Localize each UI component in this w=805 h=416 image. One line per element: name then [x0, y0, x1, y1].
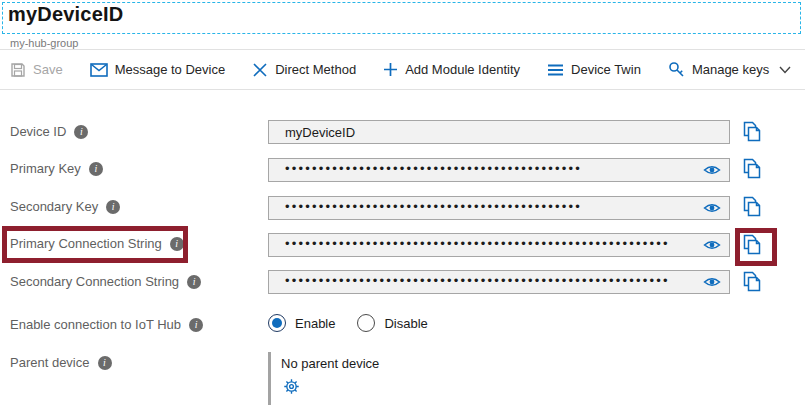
- eye-icon[interactable]: [703, 275, 721, 293]
- info-icon[interactable]: i: [98, 356, 112, 370]
- info-icon[interactable]: i: [106, 200, 120, 214]
- radio-enable[interactable]: Enable: [268, 314, 335, 332]
- copy-icon[interactable]: [743, 271, 761, 296]
- parent-device-section-bar: [268, 352, 271, 405]
- info-icon[interactable]: i: [187, 275, 201, 289]
- secondary-key-input[interactable]: ••••••••••••••••••••••••••••••••••••••••…: [268, 196, 730, 220]
- device-twin-button[interactable]: Device Twin: [547, 62, 641, 77]
- primary-key-input[interactable]: ••••••••••••••••••••••••••••••••••••••••…: [268, 158, 730, 182]
- direct-method-button[interactable]: Direct Method: [252, 62, 356, 78]
- gear-icon[interactable]: [283, 378, 300, 399]
- hub-group-subtitle: my-hub-group: [10, 37, 78, 49]
- device-id-label-row: Device ID i: [10, 124, 88, 139]
- info-icon[interactable]: i: [89, 162, 103, 176]
- secondary-key-label-row: Secondary Key i: [10, 199, 120, 214]
- device-id-input[interactable]: myDeviceID: [268, 120, 730, 144]
- manage-keys-button[interactable]: Manage keys: [668, 61, 791, 78]
- envelope-icon: [90, 63, 108, 77]
- toolbar-divider: [0, 89, 805, 90]
- page-title: myDeviceID: [8, 3, 123, 26]
- eye-icon[interactable]: [703, 163, 721, 181]
- copy-icon[interactable]: [743, 196, 761, 221]
- info-icon[interactable]: i: [74, 125, 88, 139]
- primary-key-label-row: Primary Key i: [10, 161, 103, 176]
- copy-icon[interactable]: [743, 234, 761, 259]
- save-icon: [10, 62, 26, 78]
- message-to-device-button[interactable]: Message to Device: [90, 62, 226, 77]
- chevron-down-icon: [779, 66, 791, 74]
- save-button[interactable]: Save: [10, 62, 63, 78]
- copy-icon[interactable]: [743, 121, 761, 146]
- key-icon: [668, 61, 685, 78]
- info-icon[interactable]: i: [189, 318, 203, 332]
- info-icon[interactable]: i: [170, 237, 184, 251]
- secondary-connection-string-input[interactable]: ••••••••••••••••••••••••••••••••••••••••…: [268, 270, 730, 294]
- enable-connection-label-row: Enable connection to IoT Hub i: [10, 317, 203, 332]
- eye-icon[interactable]: [703, 238, 721, 256]
- enable-connection-radio-group: Enable Disable: [268, 314, 428, 332]
- device-twin-list-icon: [547, 63, 564, 77]
- primary-connection-string-input[interactable]: ••••••••••••••••••••••••••••••••••••••••…: [268, 233, 730, 257]
- parent-device-value: No parent device: [281, 356, 379, 371]
- radio-unselected-circle: [357, 314, 375, 332]
- direct-method-icon: [252, 62, 268, 78]
- eye-icon[interactable]: [703, 201, 721, 219]
- radio-disable[interactable]: Disable: [357, 314, 427, 332]
- add-module-identity-button[interactable]: Add Module Identity: [383, 62, 520, 77]
- plus-icon: [383, 62, 398, 77]
- primary-connection-string-label-row: Primary Connection String i: [10, 236, 184, 251]
- parent-device-label-row: Parent device i: [10, 355, 112, 370]
- radio-selected-circle: [268, 314, 286, 332]
- copy-icon[interactable]: [743, 158, 761, 183]
- secondary-connection-string-label-row: Secondary Connection String i: [10, 274, 201, 289]
- toolbar: Save Message to Device Direct Method Add…: [0, 50, 805, 89]
